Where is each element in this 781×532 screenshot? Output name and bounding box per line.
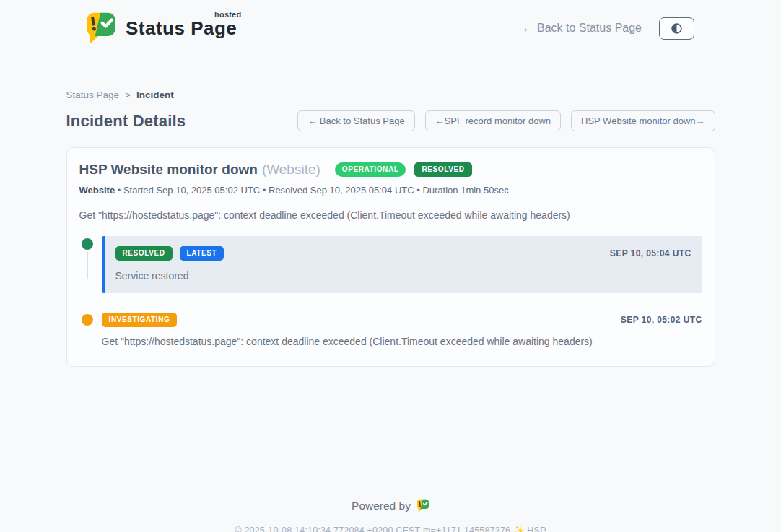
timeline-investigating-badge: INVESTIGATING bbox=[102, 313, 178, 327]
prev-incident-button[interactable]: ←SPF record monitor down bbox=[425, 110, 561, 131]
footer: Powered by © 2025-10-08 14:10:34.772084 … bbox=[66, 499, 715, 532]
main-content: Status Page > Incident Incident Details … bbox=[66, 90, 715, 532]
copyright-text: © 2025-10-08 14:10:34.772084 +0200 CEST … bbox=[66, 525, 715, 532]
breadcrumb-separator: > bbox=[125, 90, 131, 100]
logo-superscript: hosted bbox=[214, 10, 241, 19]
powered-by: Powered by bbox=[66, 499, 715, 513]
incident-meta: Website • Started Sep 10, 2025 05:02 UTC… bbox=[79, 185, 702, 196]
timeline-latest-update-box: RESOLVED LATEST SEP 10, 05:04 UTC Servic… bbox=[102, 236, 702, 293]
timeline-resolved-badge: RESOLVED bbox=[115, 246, 173, 261]
incident-title: HSP Website monitor down bbox=[79, 162, 258, 178]
next-incident-button[interactable]: HSP Website monitor down→ bbox=[571, 110, 715, 131]
breadcrumb-incident: Incident bbox=[136, 90, 174, 100]
header-back-to-status-page-link[interactable]: ← Back to Status Page bbox=[523, 22, 642, 35]
page-title: Incident Details bbox=[66, 112, 186, 131]
resolved-state-badge: RESOLVED bbox=[414, 162, 471, 177]
timeline-message: Service restored bbox=[115, 270, 691, 282]
theme-toggle-button[interactable] bbox=[659, 17, 694, 40]
timeline-dot-resolved bbox=[79, 236, 95, 252]
timeline-timestamp: SEP 10, 05:04 UTC bbox=[610, 248, 691, 258]
timeline-message: Get "https://hostedstatus.page": context… bbox=[102, 336, 702, 347]
contrast-icon bbox=[671, 22, 683, 35]
back-to-status-page-button[interactable]: ← Back to Status Page bbox=[297, 110, 414, 131]
timeline-latest-badge: LATEST bbox=[180, 246, 224, 261]
breadcrumb: Status Page > Incident bbox=[66, 90, 715, 100]
breadcrumb-status-page[interactable]: Status Page bbox=[66, 90, 120, 100]
incident-meta-component: Website bbox=[79, 185, 115, 196]
timeline-dot-investigating bbox=[79, 312, 95, 328]
logo-brand-text: Status Page bbox=[126, 17, 237, 39]
operational-status-badge: OPERATIONAL bbox=[335, 162, 406, 177]
statuspage-logo-icon-small bbox=[416, 499, 429, 513]
incident-meta-details: • Started Sep 10, 2025 05:02 UTC • Resol… bbox=[115, 185, 509, 196]
incident-nav-buttons: ← Back to Status Page ←SPF record monito… bbox=[297, 110, 715, 131]
timeline-entry-investigating: INVESTIGATING SEP 10, 05:02 UTC Get "htt… bbox=[79, 312, 702, 347]
statuspage-logo-icon bbox=[85, 12, 117, 45]
incident-card: HSP Website monitor down (Website) OPERA… bbox=[66, 147, 715, 367]
statuspage-logo[interactable]: hosted Status Page bbox=[85, 12, 237, 45]
incident-timeline: RESOLVED LATEST SEP 10, 05:04 UTC Servic… bbox=[79, 236, 702, 347]
timeline-timestamp: SEP 10, 05:02 UTC bbox=[621, 315, 702, 325]
incident-component: (Website) bbox=[262, 162, 320, 178]
incident-description: Get "https://hostedstatus.page": context… bbox=[79, 209, 702, 221]
timeline-entry-resolved: RESOLVED LATEST SEP 10, 05:04 UTC Servic… bbox=[79, 236, 702, 293]
powered-by-label: Powered by bbox=[352, 500, 411, 513]
header: hosted Status Page ← Back to Status Page bbox=[0, 0, 781, 55]
